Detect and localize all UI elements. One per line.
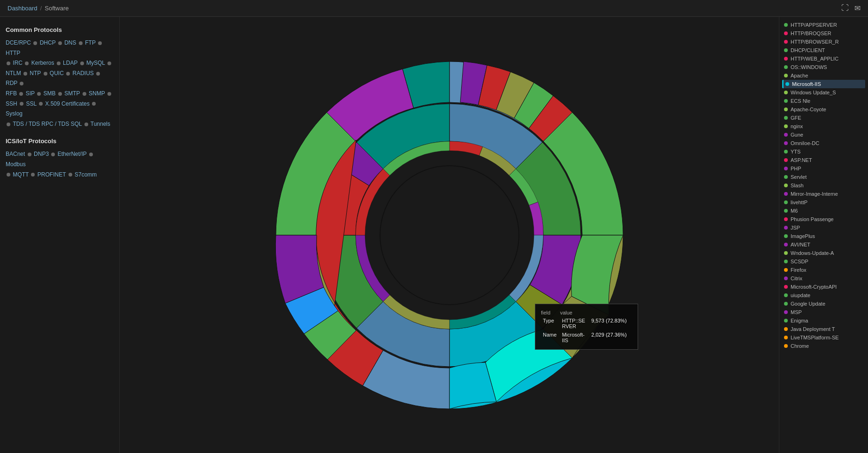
- tooltip-row-name: Name Microsoft-IIS 2,029 (27.36%): [541, 330, 632, 345]
- sunburst-chart[interactable]: [257, 43, 642, 428]
- legend-item-scsdp[interactable]: SCSDP: [782, 257, 865, 266]
- legend-item-yts[interactable]: YTS: [782, 147, 865, 156]
- protocol-ethernetip[interactable]: EtherNet/IP: [58, 151, 87, 157]
- legend-dot: [784, 91, 788, 94]
- legend-item-avdnet[interactable]: AVI/NET: [782, 240, 865, 249]
- protocol-s7comm[interactable]: S7comm: [75, 171, 97, 178]
- legend-dot: [784, 336, 788, 339]
- legend-item-apache[interactable]: Apache: [782, 71, 865, 80]
- legend-item-windows-update-a[interactable]: Wndows-Update-A: [782, 249, 865, 257]
- legend-label: Apache-Coyote: [791, 107, 826, 112]
- protocol-dhcp[interactable]: DHCP: [40, 39, 56, 46]
- protocol-kerberos[interactable]: Kerberos: [31, 60, 54, 66]
- protocol-ntlm[interactable]: NTLM: [6, 70, 21, 77]
- legend-item-os-windows[interactable]: OS::WINDOWS: [782, 63, 865, 71]
- protocol-profinet[interactable]: PROFINET: [38, 171, 66, 178]
- legend-item-livehttP[interactable]: livehttP: [782, 198, 865, 207]
- legend-item-omniice[interactable]: OmniIoe-DC: [782, 139, 865, 147]
- dot: [89, 153, 93, 156]
- legend-item-http-browser-r[interactable]: HTTP/BROWSER_R: [782, 38, 865, 46]
- protocol-x509[interactable]: X.509 Certificates: [45, 100, 90, 107]
- dot: [51, 153, 55, 156]
- legend-dot: [785, 82, 789, 86]
- legend-item-ms-crypto[interactable]: Microsoft-CryptoAPI: [782, 283, 865, 291]
- protocol-syslog[interactable]: Syslog: [6, 110, 23, 117]
- protocol-mysql[interactable]: MySQL: [86, 60, 105, 66]
- legend-item-imageplus[interactable]: ImagePlus: [782, 232, 865, 240]
- protocol-sip[interactable]: SIP: [26, 90, 35, 97]
- tooltip-type-value: HTTP::SERVER: [560, 316, 590, 330]
- legend-item-php[interactable]: PHP: [782, 164, 865, 173]
- protocol-rfb[interactable]: RFB: [6, 90, 17, 97]
- protocol-tdsrpc[interactable]: TDS RPC: [29, 121, 53, 127]
- legend-item-http-web[interactable]: HTTP/WEB_APPLIC: [782, 54, 865, 63]
- tooltip-type-field: Type: [541, 316, 560, 330]
- legend-item-aspnet[interactable]: ASP.NET: [782, 156, 865, 164]
- protocol-dns[interactable]: DNS: [64, 39, 76, 46]
- legend-dot: [784, 184, 788, 187]
- legend-item-nginx[interactable]: nginx: [782, 122, 865, 131]
- dot: [28, 153, 31, 156]
- dot: [80, 61, 84, 65]
- protocol-ssh[interactable]: SSH: [6, 100, 17, 107]
- fullscreen-icon[interactable]: ⛶: [841, 4, 849, 13]
- protocol-bacnet[interactable]: BACnet: [6, 151, 25, 157]
- protocol-smtp[interactable]: SMTP: [64, 90, 80, 97]
- legend-item-msp[interactable]: MSP: [782, 308, 865, 316]
- legend-label: OmniIoe-DC: [791, 140, 819, 146]
- legend-dot: [784, 99, 788, 103]
- legend-item-gune[interactable]: Gune: [782, 131, 865, 139]
- legend-item-chrome[interactable]: Chrome: [782, 342, 865, 350]
- legend-item-microsoft-iis[interactable]: Microsoft-IIS: [782, 80, 865, 88]
- legend-item-ecs[interactable]: ECS Nle: [782, 97, 865, 105]
- protocol-rdp[interactable]: RDP: [6, 80, 17, 86]
- legend-label: nginx: [791, 123, 803, 129]
- protocol-ldap[interactable]: LDAP: [63, 60, 77, 66]
- dashboard-link[interactable]: Dashboard: [8, 5, 38, 12]
- legend-item-gfe[interactable]: GFE: [782, 114, 865, 122]
- protocol-modbus[interactable]: Modbus: [6, 161, 26, 168]
- protocol-ssl[interactable]: SSL: [26, 100, 36, 107]
- protocol-tds[interactable]: TDS: [13, 121, 24, 127]
- legend-label: Servlet: [791, 174, 807, 180]
- legend-label: OS::WINDOWS: [791, 64, 827, 70]
- legend-item-update[interactable]: uiupdate: [782, 291, 865, 299]
- protocol-irc[interactable]: IRC: [13, 60, 23, 66]
- legend-item-java[interactable]: Java Deployment T: [782, 325, 865, 333]
- legend-item-apache-coyote[interactable]: Apache-Coyote: [782, 105, 865, 114]
- legend-item-http-appserver[interactable]: HTTP/APPSERVER: [782, 21, 865, 29]
- legend-label: HTTP/BROQSER: [791, 31, 831, 36]
- protocol-dnp3[interactable]: DNP3: [34, 151, 49, 157]
- legend-label: PHP: [791, 166, 801, 171]
- legend-item-google-update[interactable]: Google Update: [782, 299, 865, 308]
- protocol-ftp[interactable]: FTP: [85, 39, 95, 46]
- protocol-smb[interactable]: SMB: [44, 90, 56, 97]
- protocol-dcerpc[interactable]: DCE/RPC: [6, 39, 31, 46]
- mail-icon[interactable]: ✉: [854, 4, 860, 13]
- legend-item-windows-update[interactable]: Windows Update_S: [782, 88, 865, 97]
- protocol-mqtt[interactable]: MQTT: [13, 171, 29, 178]
- legend-item-http-browser[interactable]: HTTP/BROQSER: [782, 29, 865, 38]
- legend-item-m6[interactable]: M6: [782, 207, 865, 215]
- legend-item-dhcp-client[interactable]: DHCP/CLIENT: [782, 46, 865, 54]
- legend-item-firefox[interactable]: Firefox: [782, 266, 865, 274]
- legend-item-slash[interactable]: Slash: [782, 181, 865, 190]
- legend-label: Java Deployment T: [791, 326, 835, 332]
- protocol-http[interactable]: HTTP: [6, 50, 20, 56]
- protocol-ntp[interactable]: NTP: [30, 70, 41, 77]
- tooltip-field-header: field: [541, 309, 560, 316]
- protocol-snmp[interactable]: SNMP: [89, 90, 105, 97]
- legend-item-phusion[interactable]: Phusion Passenge: [782, 215, 865, 223]
- legend-item-livetms[interactable]: LiveTMSPlatform-SE: [782, 333, 865, 342]
- legend-item-enigma[interactable]: Enigma: [782, 316, 865, 325]
- legend-item-mirror-image[interactable]: Mirror-Image-Interne: [782, 190, 865, 198]
- legend-label: Microsoft-CryptoAPI: [791, 284, 837, 290]
- legend-item-servlet[interactable]: Servlet: [782, 173, 865, 181]
- protocol-quic[interactable]: QUIC: [50, 70, 64, 77]
- legend-item-jsp[interactable]: JSP: [782, 223, 865, 232]
- protocol-tdssql[interactable]: TDS SQL: [58, 121, 82, 127]
- legend-label: YTS: [791, 149, 800, 154]
- legend-item-citrix[interactable]: Citrix: [782, 274, 865, 283]
- protocol-tunnels[interactable]: Tunnels: [91, 121, 110, 127]
- protocol-radius[interactable]: RADIUS: [73, 70, 94, 77]
